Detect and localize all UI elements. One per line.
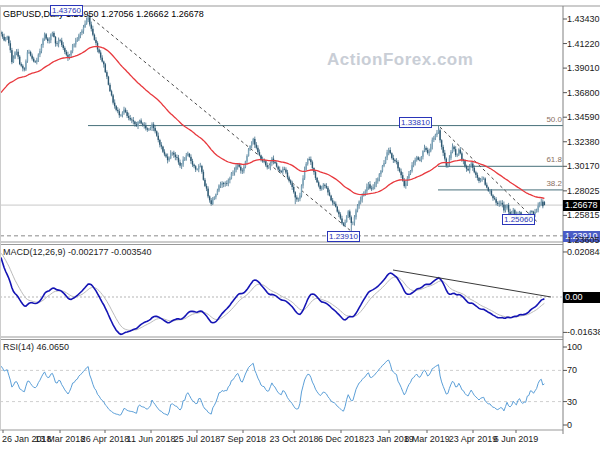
candle-bar	[466, 165, 467, 172]
rsi-axis-label: 70	[567, 365, 577, 375]
candle-bar	[95, 37, 96, 45]
candle-bar	[226, 180, 227, 186]
candle-bar	[246, 154, 247, 164]
candle-bar	[312, 160, 313, 170]
rsi-indicator-label: RSI(14) 46.0650	[3, 342, 69, 352]
candle-bar	[352, 221, 353, 225]
candle-bar	[298, 198, 299, 202]
candle-bar	[495, 197, 496, 205]
candle-bar	[7, 36, 8, 40]
candle-bar	[201, 165, 202, 174]
candle-bar	[182, 156, 183, 167]
candle-bar	[310, 156, 311, 164]
candle-bar	[13, 55, 14, 63]
candle-bar	[50, 33, 51, 43]
candle-bar	[192, 159, 193, 167]
candle-bar	[77, 37, 78, 42]
candle-bar	[184, 157, 185, 161]
candle-bar	[295, 191, 296, 204]
candle-bar	[505, 205, 506, 213]
candle-bar	[433, 136, 434, 142]
candle-bar	[539, 202, 540, 208]
candle-bar	[485, 177, 486, 185]
symbol-header: GBPUSD,Daily 1.26950 1.27056 1.26662 1.2…	[3, 9, 204, 19]
candle-bar	[242, 168, 243, 174]
candle-bar	[190, 154, 191, 163]
candle-bar	[449, 155, 450, 167]
candle-bar	[10, 40, 11, 52]
candle-bar	[486, 183, 487, 189]
macd-signal-line	[1, 253, 544, 330]
rsi-name: RSI(14)	[3, 342, 34, 352]
candle-bar	[240, 164, 241, 174]
candle-bar	[267, 163, 268, 170]
candle-bar	[108, 76, 109, 86]
candle-bar	[228, 178, 229, 186]
candle-bar	[69, 54, 70, 60]
candle-bar	[414, 158, 415, 166]
candle-bar	[450, 150, 451, 160]
macd-zero-box: 0.00	[563, 292, 600, 303]
candle-bar	[348, 210, 349, 218]
candle-bar	[92, 26, 93, 37]
candle-bar	[257, 145, 258, 154]
candle-bar	[435, 134, 436, 140]
candle-bar	[126, 110, 127, 118]
candle-bar	[494, 196, 495, 200]
candle-bar	[309, 157, 310, 161]
candle-bar	[106, 70, 107, 79]
candle-bar	[36, 58, 37, 65]
candle-bar	[28, 50, 29, 54]
candle-bar	[354, 215, 355, 226]
candle-bar	[422, 150, 423, 159]
candle-bar	[457, 153, 458, 157]
candle-bar	[393, 155, 394, 163]
candle-bar	[75, 38, 76, 48]
candle-bar	[472, 161, 473, 171]
candle-bar	[109, 83, 110, 92]
candle-bar	[369, 181, 370, 189]
candle-bar	[8, 36, 9, 46]
candle-bar	[111, 90, 112, 97]
candle-bar	[313, 167, 314, 174]
candle-bar	[418, 156, 419, 160]
candle-bar	[379, 173, 380, 181]
candle-bar	[391, 152, 392, 159]
candle-bar	[243, 164, 244, 173]
watermark: ActionForex.com	[327, 50, 473, 70]
price-tag-1-33810: 1.33810	[399, 117, 432, 128]
candle-bar	[214, 196, 215, 200]
candle-bar	[442, 145, 443, 156]
candle-bar	[212, 197, 213, 205]
candle-bar	[432, 137, 433, 149]
candle-bar	[45, 33, 46, 40]
candle-bar	[14, 51, 15, 59]
candle-bar	[80, 32, 81, 38]
candle-bar	[366, 184, 367, 195]
candle-bar	[186, 153, 187, 161]
candle-bar	[469, 164, 470, 173]
candle-bar	[156, 130, 157, 136]
candle-bar	[103, 61, 104, 68]
candle-bar	[421, 156, 422, 162]
candle-bar	[382, 165, 383, 173]
candle-bar	[455, 146, 456, 157]
candle-bar	[503, 201, 504, 212]
candle-bar	[207, 186, 208, 198]
candle-bar	[150, 127, 151, 131]
candle-bar	[383, 160, 384, 167]
candle-bar	[64, 46, 65, 54]
candle-bar	[198, 164, 199, 172]
candle-bar	[221, 181, 222, 188]
candle-bar	[428, 149, 429, 157]
candle-bar	[452, 143, 453, 153]
candle-bar	[25, 59, 26, 70]
candle-bar	[223, 182, 224, 187]
candle-bar	[407, 176, 408, 186]
candle-bar	[419, 157, 420, 161]
candle-bar	[335, 201, 336, 207]
candle-bar	[116, 105, 117, 111]
candle-bar	[488, 187, 489, 192]
candle-bar	[91, 22, 92, 32]
candle-bar	[31, 54, 32, 61]
